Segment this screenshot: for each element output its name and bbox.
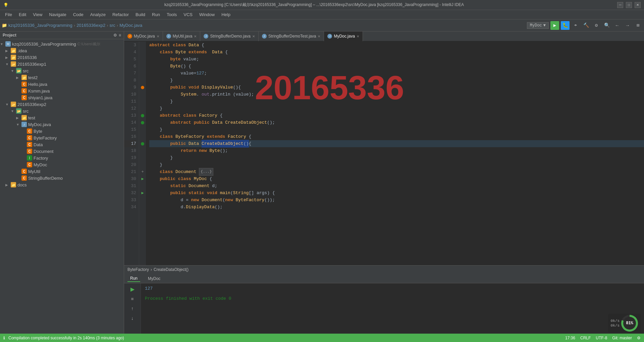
tab-stringbufferdemo[interactable]: J StringBufferDemo.java ✕ [200,32,259,41]
tree-arrow [16,82,21,86]
chevron-down-icon: ▼ [543,23,546,28]
tree-item-test2[interactable]: ▶ 📁 test2 [0,74,124,81]
status-encoding[interactable]: UTF-8 [596,336,607,340]
menu-refactor[interactable]: Refactor [109,11,132,18]
tree-item-20165336[interactable]: ▶ 📁 20165336 [0,54,124,61]
tab-stringbufferdemotest[interactable]: J StringBufferDemoTest.java ✕ [259,32,324,41]
menu-tools[interactable]: Tools [163,11,180,18]
line-num: 3 [124,42,136,49]
back-button[interactable]: ← [613,21,622,30]
java-file-icon: C [21,81,27,87]
minimize-button[interactable]: ─ [617,2,623,8]
line-num: 14 [124,119,136,126]
breadcrumb-module[interactable]: 20165336exp2 [76,23,105,28]
tab-myutil[interactable]: J MyUtil.java ✕ [163,32,201,41]
project-icon: 📁 [2,23,7,28]
settings-icon[interactable]: ⚙ [637,336,641,340]
menu-view[interactable]: View [30,11,46,18]
breadcrumb-file[interactable]: MyDoc.java [119,23,142,28]
run-scroll-up-button[interactable]: ↑ [128,304,137,312]
tree-item-src2[interactable]: ▼ 📂 src [0,108,124,114]
tree-item-exp2[interactable]: ▼ 📂 20165336exp2 [0,101,124,108]
class-icon: C [27,128,32,134]
tab-close-button[interactable]: ✕ [252,35,255,38]
status-line-ending[interactable]: CRLF [580,336,591,340]
search-button[interactable]: 🔍 [602,21,611,30]
tree-item-exp1[interactable]: ▼ 📂 20165336exp1 [0,61,124,67]
tree-label-exp1: 20165336exp1 [17,62,46,67]
build-button[interactable]: 🔨 [582,21,590,30]
gutter-cell-circle[interactable] [139,84,146,91]
tree-item-root[interactable]: ▼ M kzq20165336_JavaProgramming C:\Users… [0,41,124,47]
tree-item-test[interactable]: ▶ 📁 test [0,114,124,121]
tree-item-src1[interactable]: ▼ 📂 src [0,67,124,74]
menu-window[interactable]: Window [196,11,218,18]
settings-button[interactable]: ⚙ [592,21,601,30]
tree-item-mydoc-class[interactable]: C MyDoc [0,161,124,168]
menu-navigate[interactable]: Navigate [46,11,69,18]
menu-file[interactable]: File [2,11,15,18]
tree-item-stringbufferdemo[interactable]: C StringBufferDemo [0,175,124,181]
run-config-dropdown[interactable]: MyDoc ▼ [527,22,549,29]
tab-close-button[interactable]: ✕ [194,35,197,38]
tab-close-button[interactable]: ✕ [318,35,320,38]
tab-mydoc2[interactable]: J MyDoc.java ✕ [324,32,363,41]
sidebar-title: Project [3,33,112,38]
status-git[interactable]: Git: master [612,336,632,340]
tree-item-factory[interactable]: I Factory [0,155,124,161]
run-panel-tab-mydoc[interactable]: MyDoc [145,276,163,282]
code-editor[interactable]: 20165336 3 4 5 6 7 8 9 10 11 12 13 14 15 [124,42,644,265]
run-stop-button[interactable]: ■ [128,295,137,303]
tree-item-myutil[interactable]: C MyUtil [0,168,124,175]
menu-analyze[interactable]: Analyze [87,11,109,18]
tree-item-docs[interactable]: ▶ 📁 docs [0,181,124,188]
sidebar-collapse-icon[interactable]: ≡ [119,33,121,38]
coverage-button[interactable]: ☂ [571,21,580,30]
close-button[interactable]: ✕ [635,2,641,8]
gutter-cell-circle[interactable] [139,140,146,147]
menu-run[interactable]: Run [149,11,163,18]
tree-item-bytefactory[interactable]: C ByteFactory [0,134,124,141]
tab-close-button[interactable]: ✕ [357,35,359,38]
line-num: 6 [124,63,136,70]
menu-build[interactable]: Build [132,11,149,18]
breadcrumb-project[interactable]: kzq20165336_JavaProgramming [8,23,72,28]
tree-item-shiyan1[interactable]: C shiyan1.java [0,94,124,101]
tree-arrow: ▼ [5,103,11,106]
tree-item-hello[interactable]: C Hello.java [0,81,124,88]
sidebar: Project ⚙ ≡ ▼ M kzq20165336_JavaProgramm… [0,32,124,334]
debug-button[interactable]: 🐛 [561,21,570,30]
gutter-cell-run[interactable]: ▶ [139,189,146,196]
tree-item-data[interactable]: C Data [0,141,124,148]
gutter-cell-run[interactable]: ▶ [139,175,146,182]
tree-item-document[interactable]: C Document [0,148,124,155]
code-content[interactable]: abstract class Data { class Byte extends… [146,42,644,265]
editor-breadcrumb-bar: ByteFactory › CreateDataObject() [124,265,644,273]
run-button[interactable]: ▶ [550,21,559,30]
class-icon: C [27,135,32,140]
menu-code[interactable]: Code [70,11,87,18]
tree-item-mydoc[interactable]: ▼ J MyDoc.java [0,121,124,128]
run-start-button[interactable]: ▶ [128,285,137,293]
tree-label-test2: test2 [28,75,38,80]
run-output-process: Process finished with exit code 0 [145,296,640,301]
tree-item-ksmm[interactable]: C Ksmm.java [0,88,124,94]
breadcrumb-src[interactable]: src [110,23,115,28]
split-button[interactable]: ⊞ [634,21,642,30]
tab-close-button[interactable]: ✕ [157,35,159,38]
tab-mydoc1[interactable]: J MyDoc.java ✕ [124,32,163,41]
tree-item-byte[interactable]: C Byte [0,128,124,134]
run-panel-tab-run[interactable]: Run [127,275,140,282]
menu-edit[interactable]: Edit [15,11,30,18]
gutter-cell-fold[interactable]: + [139,168,146,175]
gutter-cell-circle[interactable] [139,119,146,126]
gutter-cell-circle[interactable] [139,112,146,119]
maximize-button[interactable]: □ [626,2,632,8]
menu-help[interactable]: Help [218,11,234,18]
sidebar-gear-icon[interactable]: ⚙ [113,33,117,38]
menu-vcs[interactable]: VCS [180,11,196,18]
gutter-cell [139,126,146,133]
tree-item-idea[interactable]: ▶ 📁 .idea [0,47,124,54]
forward-button[interactable]: → [623,21,632,30]
run-scroll-down-button[interactable]: ↓ [128,314,137,322]
